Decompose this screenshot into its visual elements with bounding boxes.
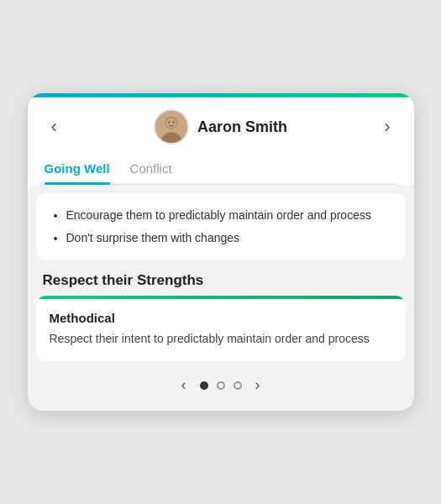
avatar [154,109,189,144]
svg-point-3 [166,118,177,129]
tabs-bar: Going Well Conflict [45,155,397,185]
bullets-section: Encourage them to predictably maintain o… [36,193,406,260]
svg-point-5 [173,121,175,123]
pagination: ‹ › [28,361,414,411]
next-user-button[interactable]: › [377,114,396,139]
section-title: Respect their Strengths [43,272,399,289]
svg-point-4 [168,121,170,123]
main-card: ‹ Aaron Smith › Going [28,93,414,411]
list-item: Encourage them to predictably maintain o… [66,207,391,224]
strength-title: Methodical [50,311,392,325]
pagination-dot-1[interactable] [200,381,208,390]
prev-user-button[interactable]: ‹ [45,114,64,139]
pagination-prev-button[interactable]: ‹ [176,375,192,396]
pagination-dot-3[interactable] [234,381,242,390]
card-header: ‹ Aaron Smith › Going [28,97,414,185]
strength-card: Methodical Respect their intent to predi… [36,296,406,361]
bullet-list: Encourage them to predictably maintain o… [51,207,391,247]
pagination-dot-2[interactable] [217,381,225,390]
user-name: Aaron Smith [197,118,287,136]
header-row: ‹ Aaron Smith › [45,109,397,144]
list-item: Don't surprise them with changes [66,229,391,247]
strength-content: Methodical Respect their intent to predi… [36,299,406,361]
user-info: Aaron Smith [154,109,287,144]
card-body: Encourage them to predictably maintain o… [28,193,414,411]
tab-going-well[interactable]: Going Well [45,155,110,184]
pagination-next-button[interactable]: › [250,375,265,396]
strength-description: Respect their intent to predictably main… [50,330,392,348]
tab-conflict[interactable]: Conflict [130,155,172,184]
